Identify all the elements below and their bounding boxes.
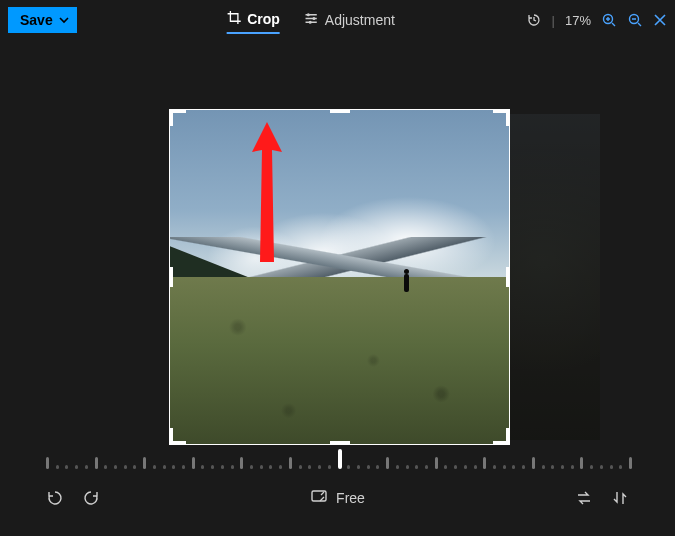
ruler-tick xyxy=(95,457,98,469)
ruler-tick xyxy=(328,465,331,469)
ruler-tick xyxy=(65,465,68,469)
ruler-tick xyxy=(406,465,409,469)
separator: | xyxy=(552,13,555,28)
ruler-tick xyxy=(104,465,107,469)
crop-handle-tr[interactable] xyxy=(493,110,509,126)
ruler-tick xyxy=(163,465,166,469)
rotate-ccw-button[interactable] xyxy=(46,489,64,507)
tab-crop-label: Crop xyxy=(247,11,280,27)
zoom-in-button[interactable] xyxy=(601,12,617,28)
ruler-tick xyxy=(182,465,185,469)
ruler-tick xyxy=(56,465,59,469)
ruler-tick xyxy=(308,465,311,469)
ruler-tick xyxy=(376,465,379,469)
history-button[interactable] xyxy=(526,12,542,28)
ruler-tick xyxy=(143,457,146,469)
ruler-tick xyxy=(396,465,399,469)
ruler-tick xyxy=(425,465,428,469)
crop-handle-tl[interactable] xyxy=(170,110,186,126)
ruler-tick xyxy=(357,465,360,469)
ruler-tick xyxy=(221,465,224,469)
svg-point-0 xyxy=(307,13,310,16)
ruler-tick xyxy=(367,465,370,469)
aspect-ratio-label: Free xyxy=(336,490,365,506)
crop-icon xyxy=(226,10,241,28)
rotate-cw-button[interactable] xyxy=(82,489,100,507)
svg-point-2 xyxy=(309,21,312,24)
crop-handle-left[interactable] xyxy=(170,267,173,287)
tab-group: Crop Adjustment xyxy=(226,6,395,34)
ruler-tick xyxy=(201,465,204,469)
svg-point-1 xyxy=(313,17,316,20)
ruler-tick xyxy=(318,465,321,469)
canvas-area xyxy=(0,40,675,420)
ruler-tick xyxy=(532,457,535,469)
ruler-tick xyxy=(386,457,389,469)
ruler-tick xyxy=(561,465,564,469)
tab-crop[interactable]: Crop xyxy=(226,6,280,34)
ruler-tick xyxy=(415,465,418,469)
rotation-ruler[interactable] xyxy=(46,449,629,479)
sliders-icon xyxy=(304,11,319,29)
ruler-tick xyxy=(260,465,263,469)
ruler-tick xyxy=(289,457,292,469)
ruler-tick xyxy=(435,457,438,469)
bottom-toolbar: Free xyxy=(0,479,675,508)
ruler-tick xyxy=(75,465,78,469)
image-overflow xyxy=(505,114,600,440)
ruler-tick xyxy=(600,465,603,469)
crop-handle-br[interactable] xyxy=(493,428,509,444)
flip-vertical-button[interactable] xyxy=(611,489,629,507)
ruler-tick xyxy=(474,465,477,469)
zoom-percent: 17% xyxy=(565,13,591,28)
crop-handle-bl[interactable] xyxy=(170,428,186,444)
crop-handle-top[interactable] xyxy=(330,110,350,113)
ruler-tick xyxy=(133,465,136,469)
ruler-tick xyxy=(338,449,342,469)
ruler-tick xyxy=(619,465,622,469)
ruler-tick xyxy=(211,465,214,469)
crop-handle-right[interactable] xyxy=(506,267,509,287)
chevron-down-icon xyxy=(59,12,69,28)
save-button[interactable]: Save xyxy=(8,7,77,33)
ruler-tick xyxy=(240,457,243,469)
flip-horizontal-button[interactable] xyxy=(575,489,593,507)
ruler-tick xyxy=(522,465,525,469)
ruler-tick xyxy=(493,465,496,469)
ruler-tick xyxy=(551,465,554,469)
ruler-tick xyxy=(464,465,467,469)
ruler-tick xyxy=(192,457,195,469)
tab-adjustment[interactable]: Adjustment xyxy=(304,6,395,34)
ruler-tick xyxy=(85,465,88,469)
ruler-tick xyxy=(580,457,583,469)
ruler-tick xyxy=(114,465,117,469)
tab-adjustment-label: Adjustment xyxy=(325,12,395,28)
ruler-tick xyxy=(231,465,234,469)
ruler-tick xyxy=(503,465,506,469)
ruler-tick xyxy=(347,465,350,469)
ruler-tick xyxy=(542,465,545,469)
ruler-tick xyxy=(483,457,486,469)
ruler-tick xyxy=(46,457,49,469)
crop-frame[interactable] xyxy=(170,110,509,444)
ruler-tick xyxy=(454,465,457,469)
crop-handle-bottom[interactable] xyxy=(330,441,350,444)
ruler-tick xyxy=(153,465,156,469)
ruler-tick xyxy=(269,465,272,469)
ruler-tick xyxy=(299,465,302,469)
ruler-tick xyxy=(571,465,574,469)
right-tools: | 17% xyxy=(526,12,667,28)
aspect-ratio-button[interactable]: Free xyxy=(310,487,365,508)
zoom-out-button[interactable] xyxy=(627,12,643,28)
ruler-tick xyxy=(512,465,515,469)
ruler-tick xyxy=(250,465,253,469)
save-label: Save xyxy=(20,12,53,28)
close-button[interactable] xyxy=(653,13,667,27)
ruler-tick xyxy=(610,465,613,469)
aspect-ratio-icon xyxy=(310,487,328,508)
top-toolbar: Save Crop Adjustment | 17% xyxy=(0,0,675,40)
ruler-tick xyxy=(590,465,593,469)
ruler-tick xyxy=(124,465,127,469)
ruler-tick xyxy=(172,465,175,469)
ruler-tick xyxy=(629,457,632,469)
